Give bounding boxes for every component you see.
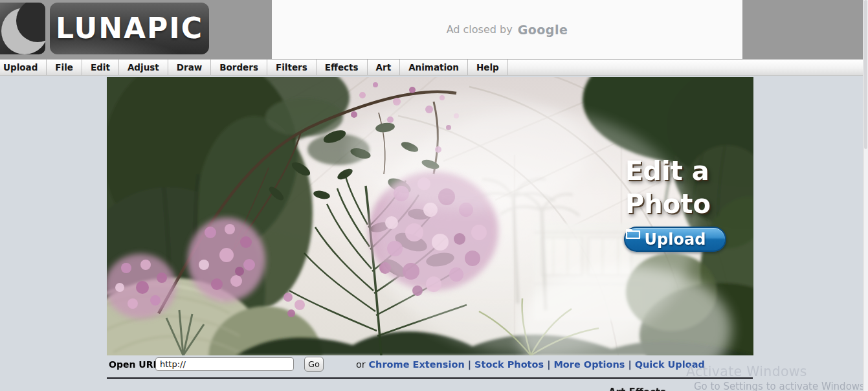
menu-item-filters[interactable]: Filters	[267, 60, 317, 75]
upload-button[interactable]: Upload	[624, 227, 726, 252]
or-text: or	[356, 359, 366, 370]
activate-windows-watermark: Activate Windows	[686, 364, 807, 379]
link-separator: |	[544, 359, 553, 370]
url-input[interactable]	[155, 357, 294, 371]
art-effects-heading-peek: Art Effects	[608, 386, 666, 391]
activate-windows-hint: Go to Settings to activate Windows.	[694, 381, 868, 391]
folder-icon	[625, 228, 641, 240]
hero-headline: Edit a Photo	[625, 155, 748, 221]
upload-button-label: Upload	[645, 232, 706, 247]
hero-headline-line2: Photo	[625, 188, 748, 221]
link-separator: |	[625, 359, 634, 370]
more-options-link[interactable]: More Options	[553, 359, 625, 370]
hero-photo: Edit a Photo Upload	[107, 77, 753, 355]
menu-item-effects[interactable]: Effects	[317, 60, 368, 75]
menu-item-art[interactable]: Art	[368, 60, 401, 75]
go-button[interactable]: Go	[304, 357, 324, 372]
google-logo-text: Google	[518, 23, 568, 37]
main-menu-bar: Upload File Edit Adjust Draw Borders Fil…	[0, 59, 863, 76]
scrollbar-thumb[interactable]	[864, 0, 867, 149]
stock-photos-link[interactable]: Stock Photos	[474, 359, 544, 370]
menu-item-adjust[interactable]: Adjust	[119, 60, 168, 75]
menu-item-file[interactable]: File	[47, 60, 82, 75]
lunapic-logo-tile[interactable]	[0, 3, 45, 54]
menu-item-edit[interactable]: Edit	[82, 60, 119, 75]
open-url-label: Open URL:	[109, 359, 162, 370]
horizontal-divider	[107, 377, 753, 379]
chrome-extension-link[interactable]: Chrome Extension	[368, 359, 464, 370]
menu-item-help[interactable]: Help	[468, 60, 508, 75]
hero-headline-line1: Edit a	[625, 155, 748, 188]
upload-alternatives: or Chrome Extension|Stock Photos|More Op…	[356, 359, 705, 370]
menu-item-borders[interactable]: Borders	[211, 60, 267, 75]
ad-banner: Ad closed by Google	[272, 0, 742, 59]
lunapic-logo[interactable]: LUNAPIC	[50, 3, 209, 54]
menu-item-draw[interactable]: Draw	[168, 60, 211, 75]
vertical-scrollbar[interactable]	[863, 0, 868, 391]
menu-item-animation[interactable]: Animation	[400, 60, 468, 75]
moon-icon	[0, 3, 45, 54]
menu-item-upload[interactable]: Upload	[0, 60, 47, 75]
link-separator: |	[465, 359, 474, 370]
logo-text: LUNAPIC	[56, 14, 203, 43]
ad-closed-text: Ad closed by	[447, 23, 513, 36]
